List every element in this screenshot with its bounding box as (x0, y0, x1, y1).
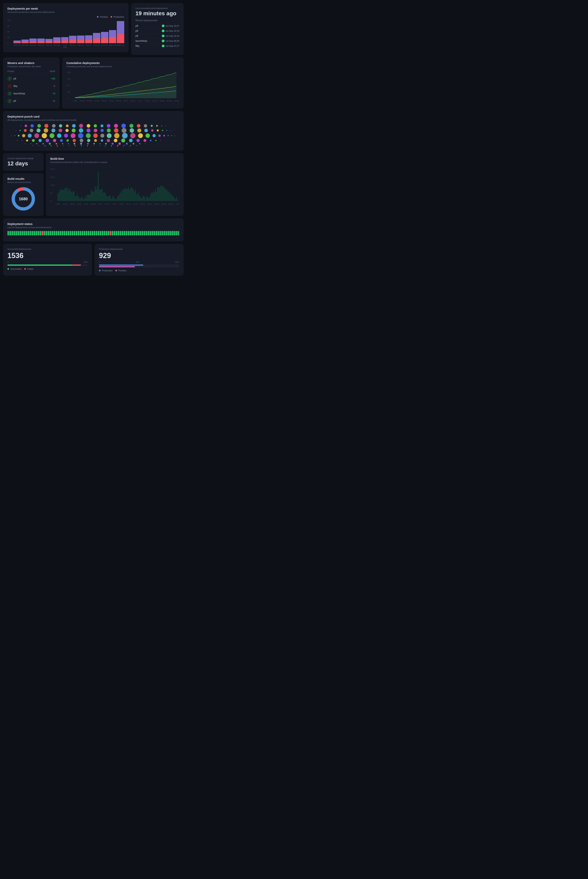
punch-dot (87, 124, 90, 128)
build-results-title: Build results (8, 177, 39, 180)
preview-bar (69, 36, 76, 40)
status-segment (172, 231, 174, 236)
punch-dot (164, 135, 165, 136)
punch-dot (9, 144, 10, 144)
punch-dot (144, 129, 148, 132)
punch-dot (28, 134, 32, 138)
mover-name: launchloop (14, 92, 25, 95)
punch-dot (150, 144, 151, 144)
svg-text:55s: 55s (50, 192, 53, 194)
status-segment (39, 231, 41, 236)
mover-name: p9 (14, 77, 16, 80)
punch-dot (171, 146, 171, 147)
punch-dot (45, 139, 49, 142)
svg-text:1st Mar: 1st Mar (56, 203, 60, 205)
punch-dot (162, 130, 163, 131)
punch-dot (175, 135, 175, 136)
status-bar (8, 231, 179, 236)
production-bar (117, 34, 124, 43)
production-bar (21, 42, 29, 43)
recent-deployment-item: p9 ✓ 1st Sep 10:27 (135, 24, 179, 28)
successful-deployments-value: 1536 (8, 252, 88, 260)
status-segment (124, 231, 125, 236)
status-segment (110, 231, 111, 236)
punch-dot (73, 139, 76, 142)
punch-dot (8, 135, 9, 136)
punch-dot (159, 146, 159, 147)
punch-dot (139, 143, 140, 144)
punch-dot (122, 133, 128, 138)
svg-text:11th Apr: 11th Apr (94, 100, 99, 102)
status-segment (148, 231, 150, 236)
punch-dot (51, 129, 56, 132)
mover-left: ↑ launchloop (8, 91, 25, 96)
punch-dot (58, 129, 62, 132)
svg-text:11th Jul: 11th Jul (145, 100, 150, 102)
punch-dot (30, 124, 34, 128)
punch-dot (153, 146, 153, 147)
mover-left: ↑ p9 (8, 76, 16, 81)
bar-group (21, 39, 29, 43)
punch-row (8, 128, 179, 133)
punch-dot (80, 142, 82, 145)
status-segment (42, 231, 43, 236)
production-legend-dot (111, 16, 112, 18)
bar-x-label: 27th Mar (29, 44, 37, 48)
punch-dot (150, 140, 152, 141)
punch-dot (170, 126, 170, 126)
punch-dot (21, 125, 21, 126)
svg-text:8th May: 8th May (109, 100, 114, 102)
mover-left: ↑ p6 (8, 99, 16, 103)
svg-text:23rd May: 23rd May (116, 100, 122, 102)
punch-dot (171, 145, 171, 146)
punch-dot (130, 128, 134, 133)
status-segment (30, 231, 31, 236)
build-results-subtitle: Across all environments (8, 181, 39, 183)
punch-dot (36, 143, 38, 144)
punch-dot (9, 126, 9, 126)
status-segment (174, 231, 176, 236)
punch-dot (42, 133, 47, 138)
mover-badge: ↑ (8, 76, 12, 81)
bar-chart: 27th Feb15th Mar27th Mar10th Apr24th Apr… (14, 19, 124, 48)
punch-dot (80, 139, 83, 142)
bar-x-label: 22nd May (61, 44, 69, 48)
status-segment (118, 231, 119, 236)
production-legend: Production (111, 16, 124, 18)
punch-dot (36, 129, 40, 132)
bar-x-label: 17th Jul (93, 44, 100, 48)
punch-dot (11, 135, 12, 136)
preview-bar (21, 39, 29, 42)
check-icon: ✓ (162, 24, 165, 27)
punch-dot (174, 130, 174, 130)
punch-dot (165, 146, 165, 147)
check-icon: ✓ (162, 34, 165, 38)
status-segment (45, 231, 47, 236)
recent-date: ✓ 1st Sep 10:14 (162, 34, 179, 38)
status-segment (156, 231, 158, 236)
punch-dot (81, 145, 82, 146)
bar-group (29, 39, 37, 43)
punch-dot (9, 140, 9, 141)
preview-legend: Preview (97, 16, 108, 18)
recent-date: ✓ 1st Sep 10:27 (162, 24, 179, 27)
punch-card-subtitle: All deployments, including preview and i… (8, 119, 179, 121)
svg-text:900: 900 (67, 84, 70, 86)
bar-x-label: 24th Apr (45, 44, 53, 48)
bar-chart-inner (14, 19, 124, 44)
punch-dot (39, 146, 39, 147)
status-segment (140, 231, 141, 236)
successful-deployments-card: Successful deployments 1536 0 1680 Succe… (3, 244, 92, 276)
status-segment (68, 231, 69, 236)
punch-dot (177, 140, 178, 141)
recent-deployment-item: p9 ✓ 1st Sep 10:19 (135, 28, 179, 33)
status-segment (54, 231, 55, 236)
deployment-status-subtitle: Last 90 deployments across all environme… (8, 226, 179, 229)
bar-x-label: 5th Jun (69, 44, 76, 48)
punch-dot (93, 143, 95, 144)
bar-group (93, 33, 100, 43)
preview-bar (85, 35, 93, 39)
punch-dot (114, 124, 118, 128)
punch-dot (129, 146, 130, 147)
status-segment (170, 231, 172, 236)
